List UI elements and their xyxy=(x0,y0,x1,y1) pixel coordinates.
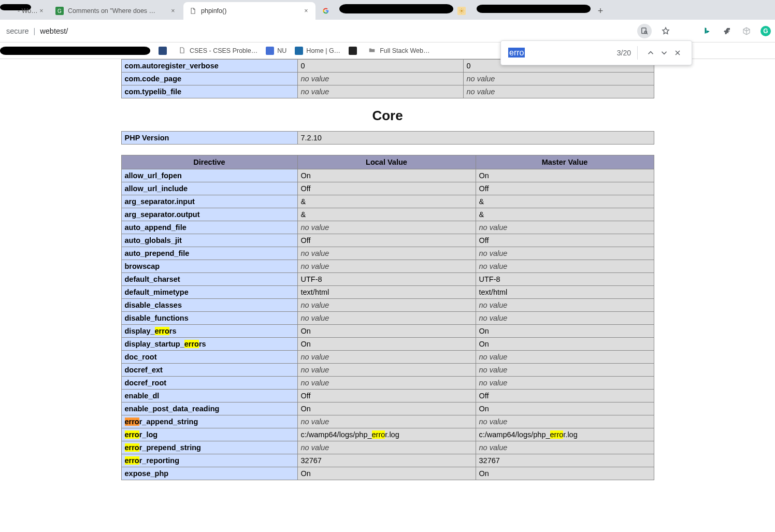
master-value: no value xyxy=(463,85,654,98)
table-header-cell: Directive xyxy=(121,155,297,169)
master-value: 32767 xyxy=(476,454,654,467)
find-count: 3/20 xyxy=(617,49,631,57)
table-row: allow_url_fopenOnOn xyxy=(121,169,654,182)
master-value: no value xyxy=(476,221,654,234)
tab-close-icon[interactable]: × xyxy=(39,7,44,15)
bookmark-favicon-icon xyxy=(368,47,377,55)
table-row: PHP Version 7.2.10 xyxy=(121,132,654,145)
tab-close-icon[interactable]: × xyxy=(169,7,177,15)
find-query[interactable]: erro xyxy=(508,48,525,57)
master-value: UTF-8 xyxy=(476,273,654,286)
table-row: disable_classesno valueno value xyxy=(121,299,654,312)
table-row: docref_rootno valueno value xyxy=(121,377,654,390)
address-bar[interactable]: secure | webtest/ xyxy=(6,27,68,35)
bookmark-item[interactable]: Full Stack Web… xyxy=(368,47,429,55)
local-value: On xyxy=(297,402,476,415)
master-value: no value xyxy=(476,260,654,273)
table-row: error_prepend_stringno valueno value xyxy=(121,441,654,454)
directive-name: arg_separator.input xyxy=(121,195,297,208)
bookmark-item[interactable]: NU xyxy=(266,47,286,55)
bookmark-favicon-icon xyxy=(295,47,303,55)
directive-name: error_append_string xyxy=(121,415,297,428)
php-version-table: PHP Version 7.2.10 xyxy=(121,131,654,145)
bookmark-favicon-icon xyxy=(159,47,167,55)
table-row: default_charsetUTF-8UTF-8 xyxy=(121,273,654,286)
master-value: no value xyxy=(476,247,654,260)
master-value: no value xyxy=(476,377,654,390)
table-row: error_append_stringno valueno value xyxy=(121,415,654,428)
bookmark-favicon-icon xyxy=(349,47,357,55)
table-row: doc_rootno valueno value xyxy=(121,351,654,364)
browser-tab[interactable]: phpinfo()× xyxy=(183,2,315,20)
bookmark-item[interactable]: Home | G… xyxy=(295,47,340,55)
directive-name: error_log xyxy=(121,428,297,441)
toolbar-right: G xyxy=(637,24,771,38)
master-value: no value xyxy=(476,364,654,377)
page-content[interactable]: com.autoregister_verbose00com.code_pagen… xyxy=(0,59,775,532)
browser-tab[interactable]: GComments on "Where does PHP× xyxy=(50,2,182,20)
table-row: enable_dlOffOff xyxy=(121,390,654,402)
bookmark-item[interactable]: CSES - CSES Proble… xyxy=(178,47,257,55)
local-value: text/html xyxy=(297,286,476,299)
master-value: On xyxy=(476,169,654,182)
local-value: On xyxy=(297,467,476,480)
tab-title: phpinfo() xyxy=(201,7,226,15)
bing-icon[interactable] xyxy=(701,25,713,37)
directive-name: enable_post_data_reading xyxy=(121,402,297,415)
bookmark-label: Full Stack Web… xyxy=(380,47,429,54)
new-tab-button[interactable]: + xyxy=(593,4,608,18)
directive-name: error_reporting xyxy=(121,454,297,467)
master-value: On xyxy=(476,467,654,480)
browser-tab[interactable]: - WordPr…× xyxy=(0,2,49,20)
local-value: c:/wamp64/logs/php_error.log xyxy=(297,428,476,441)
tab-favicon-icon xyxy=(457,7,466,15)
local-value: & xyxy=(297,195,476,208)
find-next-button[interactable] xyxy=(657,46,671,60)
tab-favicon-icon xyxy=(322,7,330,15)
local-value: Off xyxy=(297,234,476,247)
table-row: docref_extno valueno value xyxy=(121,364,654,377)
table-row: display_errorsOnOn xyxy=(121,325,654,338)
directive-name: display_errors xyxy=(121,325,297,338)
toolbar: secure | webtest/ G xyxy=(0,20,775,42)
local-value: no value xyxy=(297,364,476,377)
master-value: text/html xyxy=(476,286,654,299)
table-row: enable_post_data_readingOnOn xyxy=(121,402,654,415)
cube-extension-icon[interactable] xyxy=(741,25,752,37)
directive-name: default_mimetype xyxy=(121,286,297,299)
directive-name: allow_url_include xyxy=(121,182,297,195)
master-value: On xyxy=(476,338,654,351)
table-row: com.typelib_fileno valueno value xyxy=(121,85,654,98)
tab-close-icon[interactable]: × xyxy=(302,7,310,15)
bookmark-label: NU xyxy=(277,47,286,54)
chrome-dino-icon[interactable] xyxy=(721,25,733,37)
local-value: no value xyxy=(297,377,476,390)
grammarly-icon[interactable]: G xyxy=(760,26,771,36)
redaction-tab4 xyxy=(339,4,453,13)
find-prev-button[interactable] xyxy=(644,46,657,60)
find-close-button[interactable] xyxy=(671,46,684,60)
master-value: Off xyxy=(476,182,654,195)
local-value: 0 xyxy=(297,60,463,73)
directive-name: error_prepend_string xyxy=(121,441,297,454)
table-row: disable_functionsno valueno value xyxy=(121,312,654,325)
master-value: On xyxy=(476,402,654,415)
table-row: arg_separator.output&& xyxy=(121,208,654,221)
bookmark-item[interactable] xyxy=(349,47,360,55)
bookmark-item[interactable] xyxy=(159,47,170,55)
table-row: error_reporting3276732767 xyxy=(121,454,654,467)
master-value: On xyxy=(476,325,654,338)
master-value: no value xyxy=(476,299,654,312)
local-value: no value xyxy=(297,441,476,454)
core-section-heading: Core xyxy=(121,108,654,124)
master-value: Off xyxy=(476,234,654,247)
tab-title: - WordPr… xyxy=(18,7,39,15)
find-in-page-icon[interactable] xyxy=(637,24,652,38)
bookmark-star-icon[interactable] xyxy=(660,25,671,37)
directive-name: browscap xyxy=(121,260,297,273)
local-value: no value xyxy=(297,415,476,428)
directive-name: doc_root xyxy=(121,351,297,364)
master-value: no value xyxy=(476,415,654,428)
master-value: no value xyxy=(476,351,654,364)
find-separator xyxy=(637,46,638,60)
